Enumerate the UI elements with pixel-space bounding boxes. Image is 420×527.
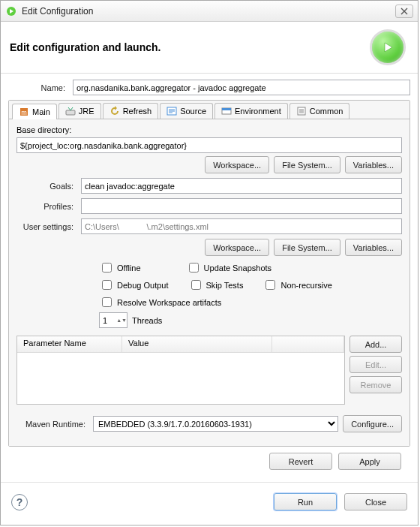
edit-button[interactable]: Edit... [350, 356, 402, 373]
titlebar: Edit Configuration [1, 1, 418, 22]
help-icon[interactable]: ? [11, 494, 28, 510]
workspace-button-2[interactable]: Workspace... [205, 239, 269, 256]
refresh-icon [110, 106, 120, 116]
jre-icon [65, 106, 76, 116]
window-close-button[interactable] [395, 5, 413, 18]
tab-refresh-label: Refresh [123, 107, 152, 116]
tab-jre[interactable]: JRE [58, 103, 101, 119]
svg-rect-3 [66, 110, 75, 115]
add-button[interactable]: Add... [350, 336, 402, 353]
dialog-title: Edit configuration and launch. [10, 41, 370, 53]
source-icon [166, 106, 177, 116]
app-icon [5, 5, 17, 17]
user-settings-input[interactable] [81, 218, 402, 234]
threads-label: Threads [132, 316, 162, 325]
profiles-input[interactable] [81, 198, 402, 214]
dialog-header: Edit configuration and launch. [1, 22, 418, 74]
tab-jre-label: JRE [79, 107, 94, 116]
window-title: Edit Configuration [22, 6, 395, 17]
base-dir-label: Base directory: [16, 125, 402, 134]
variables-button-2[interactable]: Variables... [345, 239, 402, 256]
maven-icon: m [19, 107, 29, 117]
svg-rect-6 [222, 108, 231, 110]
tab-source-label: Source [180, 107, 206, 116]
svg-text:m: m [21, 109, 27, 116]
tab-refresh[interactable]: Refresh [103, 103, 159, 119]
tab-environment[interactable]: Environment [214, 103, 288, 119]
common-icon [296, 106, 307, 116]
parameters-table[interactable]: Parameter Name Value [16, 336, 345, 405]
user-settings-label: User settings: [16, 222, 76, 231]
remove-button[interactable]: Remove [350, 376, 402, 393]
profiles-label: Profiles: [16, 202, 76, 211]
run-icon [370, 29, 406, 65]
tab-container: m Main JRE Refresh Source Environm [8, 100, 410, 447]
tab-source[interactable]: Source [160, 103, 213, 119]
update-snapshots-checkbox[interactable]: Update Snapshots [186, 260, 272, 275]
tab-main-label: Main [32, 107, 50, 116]
maven-runtime-label: Maven Runtime: [16, 420, 88, 429]
run-button[interactable]: Run [274, 493, 337, 510]
threads-spinner[interactable]: 1 ▲▼ [99, 312, 128, 328]
name-input[interactable] [73, 80, 410, 95]
goals-input[interactable] [81, 178, 402, 194]
tab-main[interactable]: m Main [12, 104, 57, 119]
tab-common-label: Common [310, 107, 344, 116]
environment-icon [221, 106, 232, 116]
base-dir-input[interactable] [16, 137, 402, 153]
col-parameter-name: Parameter Name [17, 336, 122, 352]
name-label: Name: [8, 83, 68, 92]
file-system-button-2[interactable]: File System... [274, 239, 340, 256]
goals-label: Goals: [16, 182, 76, 191]
tab-environment-label: Environment [235, 107, 281, 116]
variables-button-1[interactable]: Variables... [345, 156, 402, 173]
maven-runtime-select[interactable]: EMBEDDED (3.3.9/1.7.0.20160603-1931) [93, 416, 338, 432]
apply-button[interactable]: Apply [338, 453, 401, 470]
tab-common[interactable]: Common [290, 103, 350, 119]
resolve-workspace-checkbox[interactable]: Resolve Workspace artifacts [99, 295, 221, 309]
offline-checkbox[interactable]: Offline [99, 260, 141, 275]
col-empty [272, 336, 344, 352]
debug-output-checkbox[interactable]: Debug Output [99, 278, 169, 292]
revert-button[interactable]: Revert [269, 453, 332, 470]
non-recursive-checkbox[interactable]: Non-recursive [262, 278, 332, 292]
skip-tests-checkbox[interactable]: Skip Tests [188, 278, 244, 292]
configure-button[interactable]: Configure... [343, 415, 402, 432]
col-value: Value [122, 336, 272, 352]
file-system-button-1[interactable]: File System... [274, 156, 340, 173]
close-button[interactable]: Close [344, 493, 407, 510]
workspace-button-1[interactable]: Workspace... [205, 156, 269, 173]
